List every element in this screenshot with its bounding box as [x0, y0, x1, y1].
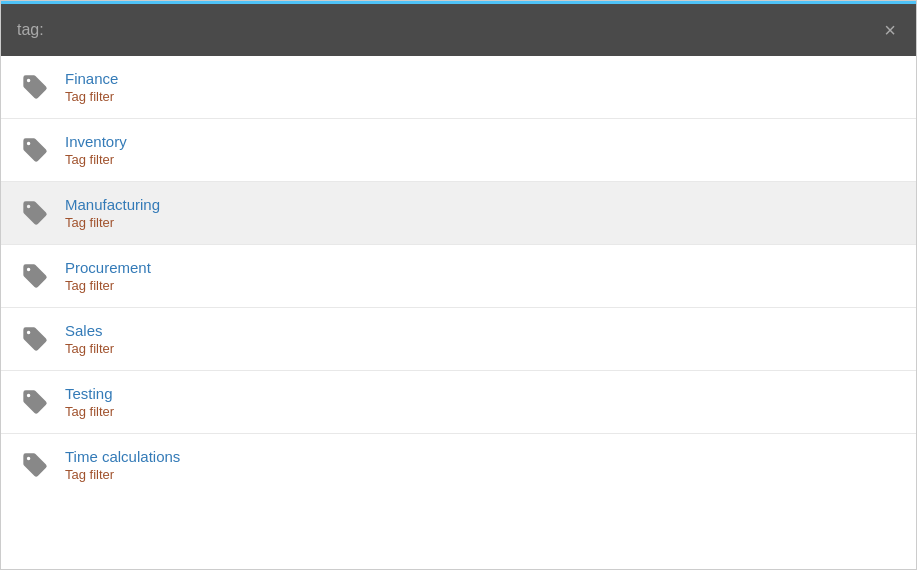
close-button[interactable]: ×: [880, 16, 900, 44]
tag-list: FinanceTag filter InventoryTag filter Ma…: [1, 56, 916, 569]
item-name: Manufacturing: [65, 196, 160, 213]
list-item[interactable]: Time calculationsTag filter: [1, 434, 916, 496]
item-text: ProcurementTag filter: [65, 259, 151, 293]
item-text: InventoryTag filter: [65, 133, 127, 167]
tag-icon: [21, 451, 49, 479]
item-text: ManufacturingTag filter: [65, 196, 160, 230]
tag-icon: [21, 73, 49, 101]
list-item[interactable]: SalesTag filter: [1, 308, 916, 371]
item-subtitle: Tag filter: [65, 215, 160, 230]
tag-icon: [21, 388, 49, 416]
item-subtitle: Tag filter: [65, 278, 151, 293]
list-item[interactable]: ManufacturingTag filter: [1, 182, 916, 245]
tag-icon: [21, 262, 49, 290]
item-name: Inventory: [65, 133, 127, 150]
item-name: Sales: [65, 322, 114, 339]
list-item[interactable]: TestingTag filter: [1, 371, 916, 434]
tag-icon: [21, 325, 49, 353]
tag-filter-dialog: × FinanceTag filter InventoryTag filter …: [0, 0, 917, 570]
tag-search-input[interactable]: [17, 21, 880, 39]
item-text: Time calculationsTag filter: [65, 448, 180, 482]
item-subtitle: Tag filter: [65, 341, 114, 356]
list-item[interactable]: InventoryTag filter: [1, 119, 916, 182]
item-subtitle: Tag filter: [65, 404, 114, 419]
list-item[interactable]: FinanceTag filter: [1, 56, 916, 119]
item-subtitle: Tag filter: [65, 152, 127, 167]
tag-icon: [21, 136, 49, 164]
item-name: Time calculations: [65, 448, 180, 465]
list-item[interactable]: ProcurementTag filter: [1, 245, 916, 308]
item-text: TestingTag filter: [65, 385, 114, 419]
item-text: FinanceTag filter: [65, 70, 118, 104]
item-subtitle: Tag filter: [65, 467, 180, 482]
item-name: Procurement: [65, 259, 151, 276]
dialog-header: ×: [1, 4, 916, 56]
item-name: Testing: [65, 385, 114, 402]
tag-icon: [21, 199, 49, 227]
item-subtitle: Tag filter: [65, 89, 118, 104]
item-name: Finance: [65, 70, 118, 87]
item-text: SalesTag filter: [65, 322, 114, 356]
